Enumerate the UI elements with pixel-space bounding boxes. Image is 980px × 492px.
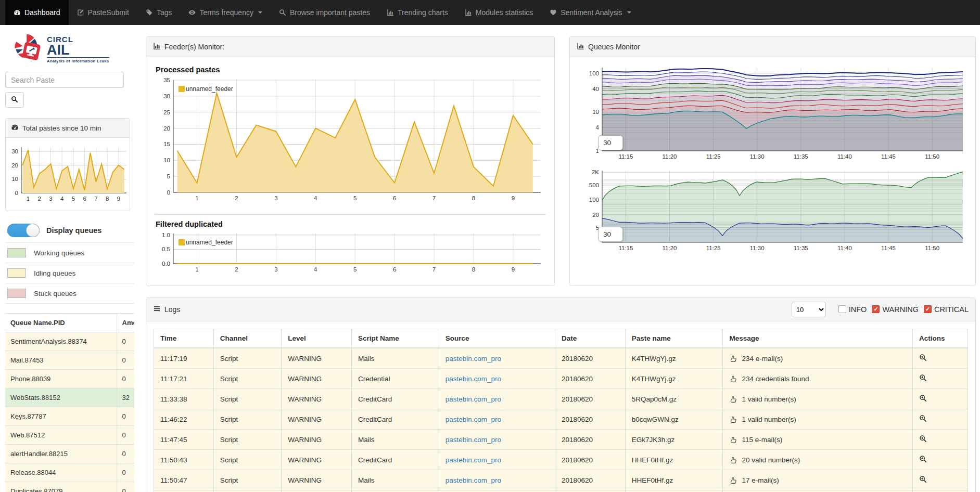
total-pastes-title: Total pastes since 10 min — [22, 124, 101, 132]
search-submit-button[interactable] — [5, 92, 24, 108]
nav-item-dashboard[interactable]: Dashboard — [5, 0, 69, 25]
svg-text:9: 9 — [512, 195, 515, 201]
svg-text:11:35: 11:35 — [794, 245, 808, 251]
svg-text:4: 4 — [60, 196, 64, 202]
log-row: 11:33:38ScriptWARNINGCreditCardpastebin.… — [154, 389, 968, 409]
svg-text:2K: 2K — [592, 169, 599, 175]
queue-amount: 0 — [117, 426, 134, 445]
svg-text:2: 2 — [38, 196, 41, 202]
log-message: 17 e-mail(s) — [742, 476, 779, 484]
display-queues-toggle[interactable] — [7, 224, 40, 237]
queue-row: WebStats.8815232 — [5, 389, 134, 407]
log-date: 20180620 — [555, 490, 625, 492]
log-level: WARNING — [282, 369, 352, 389]
log-source-link[interactable]: pastebin.com_pro — [446, 416, 501, 423]
log-channel: Script — [213, 430, 281, 450]
log-row: 11:46:22ScriptWARNINGCreditCardpastebin.… — [154, 409, 968, 430]
svg-text:11:30: 11:30 — [750, 245, 765, 251]
queues-monitor-title: Queues Monitor — [588, 43, 640, 51]
log-source-link[interactable]: pastebin.com_pro — [446, 395, 501, 403]
log-source-link[interactable]: pastebin.com_pro — [446, 375, 501, 383]
log-message: 1 valid number(s) — [742, 395, 796, 403]
log-source-link[interactable]: pastebin.com_pro — [446, 456, 501, 464]
log-script-name: CreditCard — [351, 450, 439, 470]
queue-name: alertHandler.88215 — [5, 445, 117, 463]
log-message: 234 credentials found. — [742, 375, 811, 383]
show-paste-action-icon[interactable] — [919, 376, 927, 383]
logs-header-message: Message — [723, 329, 912, 348]
log-time: 11:50:47 — [154, 470, 214, 490]
svg-text:8: 8 — [106, 196, 109, 202]
log-script-name: CreditCard — [351, 409, 439, 430]
log-time: 11:17:21 — [154, 369, 214, 389]
log-row: 11:50:43ScriptWARNINGCreditCardpastebin.… — [154, 450, 968, 470]
log-channel: Script — [213, 490, 281, 492]
svg-text:5: 5 — [167, 173, 170, 179]
queue-amount: 0 — [117, 351, 134, 370]
log-level: WARNING — [282, 348, 352, 369]
hand-up-icon — [729, 436, 737, 444]
queue-row: SentimentAnalysis.883740 — [5, 332, 134, 351]
nav-item-label: PasteSubmit — [88, 8, 129, 17]
nav-item-label: Sentiment Analysis — [561, 8, 622, 17]
svg-text:8: 8 — [472, 266, 475, 273]
log-source-link[interactable]: pastebin.com_pro — [446, 476, 501, 484]
nav-item-tags[interactable]: Tags — [137, 0, 181, 25]
queue-name: Keys.87787 — [5, 407, 117, 426]
search-icon — [11, 96, 18, 103]
bar-chart-icon — [577, 42, 584, 51]
svg-text:10: 10 — [163, 157, 170, 163]
svg-text:1.0: 1.0 — [162, 232, 170, 238]
log-source-link[interactable]: pastebin.com_pro — [446, 436, 501, 444]
warning-checkbox[interactable] — [872, 305, 880, 313]
svg-text:11:50: 11:50 — [925, 153, 939, 160]
svg-text:11:15: 11:15 — [618, 245, 633, 251]
log-channel: Script — [213, 369, 281, 389]
show-paste-action-icon[interactable] — [919, 396, 927, 404]
bar-chart-icon — [153, 42, 161, 50]
show-paste-action-icon[interactable] — [919, 355, 927, 363]
log-date: 20180620 — [555, 409, 625, 430]
svg-text:11:45: 11:45 — [881, 153, 896, 160]
svg-text:1: 1 — [27, 196, 30, 202]
queues-bottom-window-input[interactable]: 30 — [598, 227, 623, 242]
total-pastes-panel: Total pastes since 10 min 12345678901020… — [5, 118, 130, 211]
svg-text:11:40: 11:40 — [837, 153, 852, 160]
legend-label: Stuck queues — [34, 290, 77, 297]
nav-item-sentiment-analysis[interactable]: Sentiment Analysis — [541, 0, 639, 25]
hand-up-icon — [729, 375, 737, 383]
svg-text:11:40: 11:40 — [837, 245, 852, 251]
hand-up-icon — [729, 355, 737, 362]
svg-text:40: 40 — [592, 86, 599, 92]
svg-text:0.0: 0.0 — [162, 261, 170, 267]
logs-header-actions: Actions — [912, 329, 968, 348]
show-paste-action-icon[interactable] — [919, 457, 927, 464]
show-paste-action-icon[interactable] — [919, 477, 927, 485]
queue-amount: 0 — [117, 445, 134, 463]
search-paste-input[interactable] — [5, 72, 124, 88]
nav-item-pastesubmit[interactable]: PasteSubmit — [69, 0, 137, 25]
critical-checkbox[interactable] — [924, 305, 932, 313]
queue-name: Mail.87453 — [5, 351, 117, 370]
svg-text:11:20: 11:20 — [663, 153, 677, 160]
svg-text:11:15: 11:15 — [618, 153, 633, 160]
nav-item-trending-charts[interactable]: Trending charts — [378, 0, 456, 25]
show-paste-action-icon[interactable] — [919, 416, 927, 424]
edit-icon — [77, 9, 84, 16]
nav-item-modules-statistics[interactable]: Modules statistics — [456, 0, 541, 25]
logs-page-size-select[interactable]: 10 — [792, 302, 826, 317]
feeder-divider — [155, 214, 546, 215]
show-paste-action-icon[interactable] — [919, 436, 927, 444]
log-time: 11:51:34 — [154, 490, 214, 492]
log-source-link[interactable]: pastebin.com_pro — [446, 355, 501, 362]
log-date: 20180620 — [555, 369, 625, 389]
nav-item-browse-important-pastes[interactable]: Browse important pastes — [271, 0, 378, 25]
log-channel: Script — [213, 450, 281, 470]
info-checkbox[interactable] — [838, 305, 846, 313]
nav-item-terms-frequency[interactable]: Terms frequency — [180, 0, 270, 25]
queue-amount-header: Amount — [117, 314, 134, 332]
svg-text:25: 25 — [163, 109, 170, 115]
log-channel: Script — [213, 470, 281, 490]
queues-top-window-input[interactable]: 30 — [598, 135, 623, 150]
log-time: 11:33:38 — [154, 389, 214, 409]
